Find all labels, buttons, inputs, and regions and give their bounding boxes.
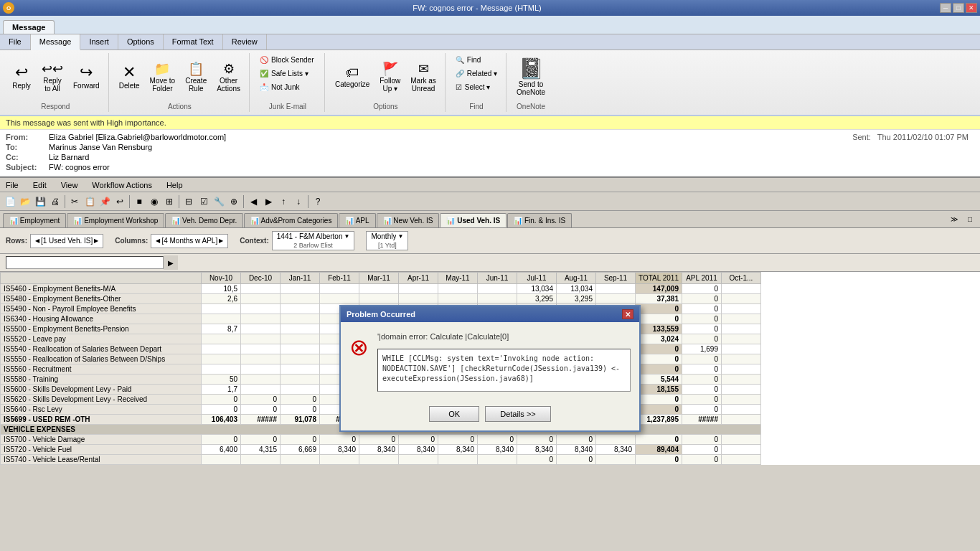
delete-button[interactable]: ✕ Delete <box>115 62 144 93</box>
tb-undo[interactable]: ↩ <box>113 194 127 209</box>
tb-sep2 <box>129 195 130 208</box>
tb-b10[interactable]: ↑ <box>276 194 291 209</box>
tb-b6[interactable]: 🔧 <box>212 194 226 209</box>
tb-copy[interactable]: 📋 <box>83 194 97 209</box>
tb-b3[interactable]: ⊞ <box>162 194 176 209</box>
tab-adv-prom[interactable]: 📊 Adv&Prom Categories <box>244 213 338 227</box>
sent-value: Thu 2011/02/10 01:07 PM <box>877 133 969 141</box>
tab-maximize[interactable]: □ <box>963 212 977 226</box>
restore-btn[interactable]: □ <box>953 3 964 13</box>
close-btn[interactable]: ✕ <box>966 3 977 13</box>
tab-veh-demo[interactable]: 📊 Veh. Demo Depr. <box>165 213 243 227</box>
tb-save[interactable]: 💾 <box>33 194 47 209</box>
error-summary: '|domain error: Calculate |Calculate[0] <box>377 331 631 343</box>
respond-group: ↩ Reply ↩↩ Replyto All ↪ Forward Respond <box>3 53 109 112</box>
tb-new[interactable]: 📄 <box>3 194 17 209</box>
inner-menu-file[interactable]: File <box>3 180 22 190</box>
search-input[interactable] <box>6 256 164 269</box>
from-label: From: <box>6 133 49 141</box>
window-title: FW: cognos error - Message (HTML) <box>14 4 940 12</box>
period-dropdown[interactable]: Monthly ▼ [1 Ytd] <box>366 231 408 250</box>
tab-scroll-more[interactable]: ≫ <box>947 212 961 226</box>
dialog-close-button[interactable]: ✕ <box>622 309 633 319</box>
ok-button[interactable]: OK <box>429 406 479 422</box>
tab-employment[interactable]: 📊 Employment <box>3 213 66 227</box>
message-tab[interactable]: Message <box>3 20 55 34</box>
move-label: Move toFolder <box>150 77 176 93</box>
other-actions-button[interactable]: ⚙ OtherActions <box>212 60 245 95</box>
context-dropdown[interactable]: 1441 - F&M Alberton ▼ 2 Barlow Elist <box>272 231 355 250</box>
tab-used-veh[interactable]: 📊 Used Veh. IS <box>440 213 507 227</box>
tab-apl[interactable]: 📊 APL <box>339 213 375 227</box>
ribbon: File Message Insert Options Format Text … <box>0 34 980 116</box>
tb-b1[interactable]: ■ <box>132 194 146 209</box>
tb-b2[interactable]: ◉ <box>147 194 161 209</box>
unread-icon: ✉ <box>418 62 429 75</box>
tb-b5[interactable]: ☑ <box>197 194 211 209</box>
create-rule-button[interactable]: 📋 CreateRule <box>181 60 211 95</box>
tab-fin-ins[interactable]: 📊 Fin. & Ins. IS <box>507 213 572 227</box>
tb-cut[interactable]: ✂ <box>67 194 82 209</box>
actions-label: Actions <box>168 103 192 112</box>
inner-menu-edit[interactable]: Edit <box>30 180 50 190</box>
categorize-icon: 🏷 <box>346 66 359 79</box>
mark-unread-label: Mark asUnread <box>410 77 436 93</box>
reply-all-button[interactable]: ↩↩ Replyto All <box>37 60 67 95</box>
block-sender-button[interactable]: 🚫 Block Sender <box>255 53 320 67</box>
inner-menu-view[interactable]: View <box>58 180 81 190</box>
actions-group: ✕ Delete 📁 Move toFolder 📋 CreateRule ⚙ … <box>110 53 250 112</box>
follow-up-button[interactable]: 🚩 FollowUp ▾ <box>375 60 405 95</box>
tb-paste[interactable]: 📌 <box>98 194 112 209</box>
ribbon-tab-file[interactable]: File <box>0 34 31 50</box>
tb-b4[interactable]: ⊟ <box>182 194 196 209</box>
ribbon-tab-insert[interactable]: Insert <box>80 34 118 50</box>
find-label: Find <box>467 56 481 64</box>
rows-arrow-right: ▶ <box>94 237 98 244</box>
not-junk-button[interactable]: 📩 Not Junk <box>255 80 320 94</box>
move-to-folder-button[interactable]: 📁 Move toFolder <box>146 60 180 95</box>
mark-unread-button[interactable]: ✉ Mark asUnread <box>406 60 440 95</box>
tab-new-veh[interactable]: 📊 New Veh. IS <box>377 213 440 227</box>
period-sub: [1 Ytd] <box>378 242 397 249</box>
ribbon-tab-format[interactable]: Format Text <box>164 34 223 50</box>
search-arrow[interactable]: ▶ <box>164 255 178 270</box>
categorize-button[interactable]: 🏷 Categorize <box>331 63 374 91</box>
forward-label: Forward <box>73 82 100 90</box>
cc-value: Liz Barnard <box>49 153 974 161</box>
onenote-label: OneNote <box>517 103 545 112</box>
select-button[interactable]: ☑ Select ▾ <box>451 80 501 94</box>
ribbon-tab-message[interactable]: Message <box>31 34 81 50</box>
safe-icon: ✅ <box>260 70 268 77</box>
find-icon: 🔍 <box>456 56 464 64</box>
respond-label: Respond <box>41 103 70 112</box>
tb-b11[interactable]: ↓ <box>291 194 306 209</box>
minimize-btn[interactable]: ─ <box>940 3 951 13</box>
tb-b9[interactable]: ▶ <box>261 194 275 209</box>
reply-all-icon: ↩↩ <box>42 62 63 75</box>
ribbon-tab-options[interactable]: Options <box>118 34 164 50</box>
tb-b7[interactable]: ⊕ <box>227 194 241 209</box>
to-value: Marinus Janse Van Rensburg <box>49 143 974 151</box>
tb-help[interactable]: ? <box>311 194 325 209</box>
inner-menu-workflow[interactable]: Workflow Actions <box>89 180 155 190</box>
safe-lists-button[interactable]: ✅ Safe Lists ▾ <box>255 67 320 80</box>
reply-button[interactable]: ↩ Reply <box>7 62 36 93</box>
find-button[interactable]: 🔍 Find <box>451 53 501 67</box>
tb-print[interactable]: 🖨 <box>48 194 62 209</box>
columns-label: Columns: <box>115 237 148 245</box>
rows-dropdown[interactable]: ◀ [1 Used Veh. IS] ▶ <box>30 234 103 248</box>
ribbon-tab-review[interactable]: Review <box>223 34 267 50</box>
columns-dropdown[interactable]: ◀ [4 Months w APL] ▶ <box>151 234 228 248</box>
forward-button[interactable]: ↪ Forward <box>69 62 104 93</box>
tb-open[interactable]: 📂 <box>18 194 32 209</box>
details-button[interactable]: Details >> <box>485 406 551 422</box>
send-onenote-button[interactable]: 📓 Send toOneNote <box>512 56 550 99</box>
related-button[interactable]: 🔗 Related ▾ <box>451 67 501 80</box>
select-label: Select ▾ <box>465 83 491 91</box>
title-bar: O FW: cognos error - Message (HTML) ─ □ … <box>0 0 980 16</box>
tb-sep1 <box>65 195 65 208</box>
tb-b8[interactable]: ◀ <box>246 194 260 209</box>
sent-label: Sent: <box>852 133 875 141</box>
tab-employment-workshop[interactable]: 📊 Employment Workshop <box>67 213 164 227</box>
inner-menu-help[interactable]: Help <box>164 180 186 190</box>
